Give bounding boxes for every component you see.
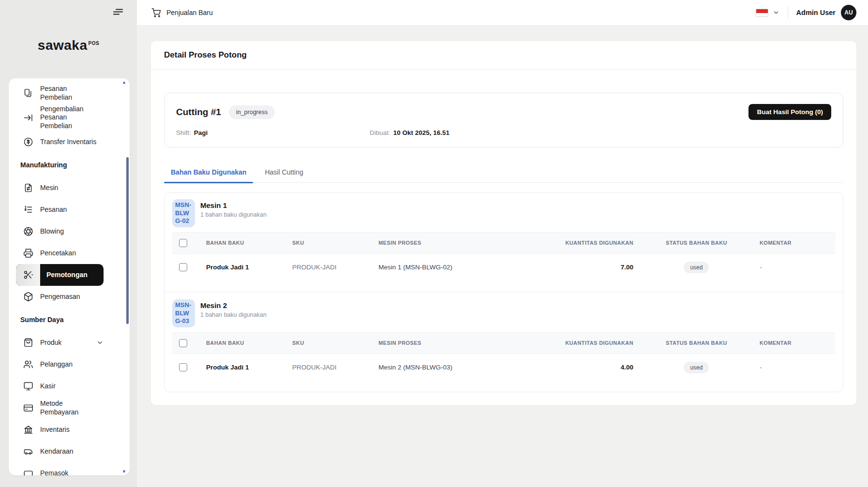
detail-panel: Detail Proses Potong Cutting #1 in_progr…: [151, 41, 856, 405]
users-icon: [16, 359, 40, 369]
cell-mesin-proses: Mesin 2 (MSN-BLWG-03): [372, 354, 551, 382]
machine-name: Mesin 1: [200, 199, 267, 209]
col-bahan-baku: BAHAN BAKU: [199, 232, 285, 253]
materials-table: BAHAN BAKU SKU MESIN PROSES KUANTITAS DI…: [172, 232, 835, 282]
tab-bar: Bahan Baku Digunakan Hasil Cutting: [164, 164, 843, 183]
sidebar: sawakaPOS ▲ Pesanan Pembelian Pengembali…: [0, 0, 137, 487]
col-kuantitas: KUANTITAS DIGUNAKAN: [551, 332, 640, 354]
buat-hasil-potong-button[interactable]: Buat Hasil Potong (0): [748, 104, 831, 120]
avatar[interactable]: AU: [841, 5, 856, 20]
col-bahan-baku: BAHAN BAKU: [199, 332, 285, 354]
panel-header: Detail Proses Potong: [151, 41, 856, 70]
col-komentar: KOMENTAR: [753, 232, 835, 253]
machine-section-1: MSN-BLWG-02 Mesin 1 1 bahan baku digunak…: [165, 193, 843, 292]
machine-code-badge: MSN-BLWG-02: [172, 199, 195, 227]
cell-kuantitas: 7.00: [551, 253, 640, 282]
sidebar-item-pencetakan[interactable]: Pencetakan: [16, 242, 104, 264]
sidebar-item-label: Pesanan: [40, 206, 70, 214]
cell-status: used: [640, 253, 753, 282]
col-mesin-proses: MESIN PROSES: [372, 232, 551, 253]
cart-icon: [151, 8, 161, 17]
row-checkbox[interactable]: [179, 263, 187, 271]
cell-kuantitas: 4.00: [551, 354, 640, 382]
select-all-checkbox[interactable]: [179, 339, 187, 347]
sidebar-item-label: Pemasok: [40, 469, 71, 475]
divider: [788, 6, 788, 19]
sidebar-item-label: Pelanggan: [40, 360, 75, 369]
col-status: STATUS BAHAN BAKU: [640, 332, 753, 354]
cell-komentar: -: [753, 354, 835, 382]
topbar: Penjualan Baru Admin User AU: [137, 0, 868, 26]
sidebar-item-kendaraan[interactable]: Kendaraan: [16, 441, 104, 462]
machine-file-icon: [16, 183, 40, 193]
col-komentar: KOMENTAR: [753, 332, 835, 354]
page-title: Detail Proses Potong: [164, 50, 843, 60]
sidebar-item-label: Pemotongan: [40, 271, 90, 280]
user-name[interactable]: Admin User: [796, 9, 836, 16]
select-all-checkbox[interactable]: [179, 239, 187, 247]
sidebar-scrollbar[interactable]: [126, 157, 129, 324]
card-icon: [16, 468, 40, 475]
chevron-down-icon[interactable]: [773, 9, 779, 16]
table-row: Produk Jadi 1 PRODUK-JADI Mesin 2 (MSN-B…: [172, 354, 835, 382]
aperture-icon: [16, 226, 40, 236]
shift-value: Pagi: [194, 129, 208, 136]
scroll-up-icon[interactable]: ▲: [122, 80, 126, 85]
app-logo: sawakaPOS: [0, 38, 137, 53]
sidebar-item-label: Pesanan Pembelian: [40, 85, 104, 102]
col-sku: SKU: [285, 332, 372, 354]
topnav-penjualan-baru[interactable]: Penjualan Baru: [151, 8, 213, 17]
shift-meta: Shift: Pagi: [176, 129, 370, 136]
shift-label: Shift:: [176, 129, 191, 136]
machine-name: Mesin 2: [200, 299, 267, 310]
machine-subtitle: 1 bahan baku digunakan: [200, 211, 267, 218]
sidebar-item-pesanan-pembelian[interactable]: Pesanan Pembelian: [16, 82, 104, 104]
cutting-summary-card: Cutting #1 in_progress Buat Hasil Potong…: [164, 93, 843, 148]
hamburger-menu-icon[interactable]: [111, 6, 125, 18]
scroll-down-icon[interactable]: ▼: [122, 469, 126, 474]
row-checkbox[interactable]: [179, 363, 187, 371]
sidebar-item-produk[interactable]: Produk: [16, 332, 104, 354]
sidebar-item-pemotongan[interactable]: Pemotongan: [16, 264, 104, 286]
cell-bahan-baku: Produk Jadi 1: [199, 253, 285, 282]
sidebar-item-partial[interactable]: Pemasok: [16, 462, 104, 475]
sidebar-item-label: Inventaris: [40, 426, 73, 434]
tab-hasil-cutting[interactable]: Hasil Cutting: [258, 164, 310, 182]
logo-pos-superscript: POS: [89, 41, 100, 46]
monitor-icon: [16, 381, 40, 391]
sidebar-item-kasir[interactable]: Kasir: [16, 375, 104, 397]
sidebar-item-pengembalian-pesanan-pembelian[interactable]: Pengembalian Pesanan Pembelian: [16, 104, 104, 131]
created-label: Dibuat:: [370, 129, 390, 136]
sidebar-item-pengemasan[interactable]: Pengemasan: [16, 286, 104, 308]
sidebar-item-label: Pencetakan: [40, 249, 79, 258]
sidebar-item-transfer-inventaris[interactable]: Transfer Inventaris: [16, 131, 104, 153]
sidebar-item-inventaris[interactable]: Inventaris: [16, 419, 104, 441]
sidebar-item-label: Pengembalian Pesanan Pembelian: [40, 105, 104, 131]
sidebar-item-blowing[interactable]: Blowing: [16, 221, 104, 242]
numbered-list-icon: [16, 205, 40, 215]
sidebar-item-label: Kasir: [40, 382, 59, 391]
sidebar-item-label: Mesin: [40, 184, 61, 192]
return-arrow-icon: [16, 113, 40, 123]
cutting-title: Cutting #1: [176, 107, 221, 118]
used-status-pill: used: [684, 362, 709, 373]
sidebar-item-pesanan[interactable]: Pesanan: [16, 199, 104, 221]
created-value: 10 Okt 2025, 16.51: [393, 129, 449, 136]
machine-code-badge: MSN-BLWG-03: [172, 299, 195, 327]
cell-sku: PRODUK-JADI: [285, 354, 372, 382]
sidebar-section-manufakturing: Manufakturing: [16, 153, 123, 177]
chevron-down-icon[interactable]: [96, 339, 104, 346]
tab-bahan-baku-digunakan[interactable]: Bahan Baku Digunakan: [164, 164, 253, 182]
machines-card: MSN-BLWG-02 Mesin 1 1 bahan baku digunak…: [164, 192, 843, 392]
sidebar-item-pelanggan[interactable]: Pelanggan: [16, 354, 104, 375]
created-meta: Dibuat: 10 Okt 2025, 16.51: [370, 129, 449, 136]
cell-komentar: -: [753, 253, 835, 282]
topbar-right: Admin User AU: [756, 5, 856, 20]
sidebar-item-mesin[interactable]: Mesin: [16, 177, 104, 199]
sidebar-item-metode-pembayaran[interactable]: Metode Pembayaran: [16, 397, 104, 419]
col-sku: SKU: [285, 232, 372, 253]
language-flag-icon[interactable]: [756, 9, 768, 17]
materials-table: BAHAN BAKU SKU MESIN PROSES KUANTITAS DI…: [172, 332, 835, 382]
sidebar-item-label: Transfer Inventaris: [40, 138, 99, 147]
cell-bahan-baku: Produk Jadi 1: [199, 354, 285, 382]
